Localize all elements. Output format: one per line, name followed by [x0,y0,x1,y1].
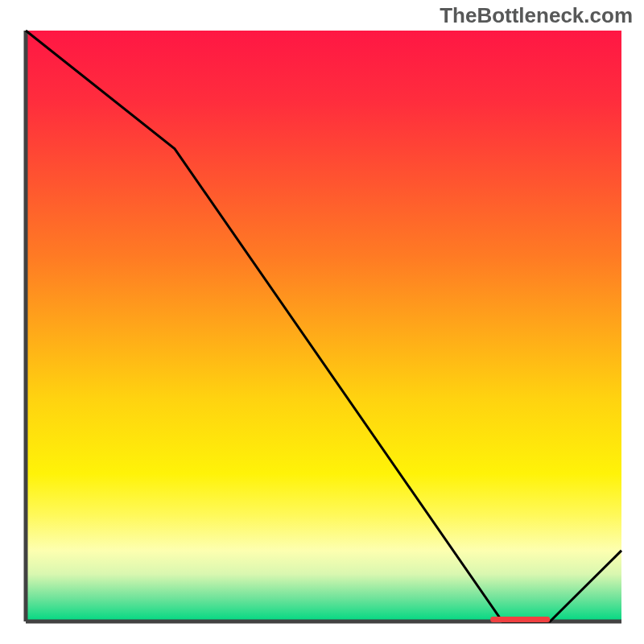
optimal-marker [490,617,550,622]
bottleneck-chart [16,29,628,641]
plot-background [26,31,621,621]
watermark-text: TheBottleneck.com [440,3,633,28]
chart-stage: TheBottleneck.com [0,0,644,644]
